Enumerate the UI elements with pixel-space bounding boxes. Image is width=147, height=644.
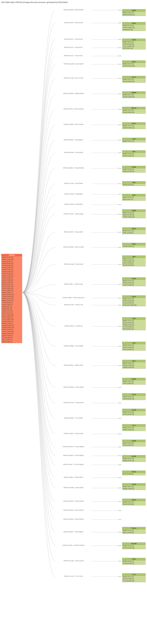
relation-label: VPRPSS-ASTNR = TCJ05-ASTNR [56,402,92,404]
table-field: BUKRS [CHAR (4)] [122,346,146,348]
target-table: T681VKVEWE [CHAR (1)] [122,243,146,248]
cardinality: 0..N [118,55,121,56]
table-field: USE05 [UNIT (3)] [2,308,22,310]
relation-label: VPRPSS-USE04 = T006-MSEHI [56,193,92,195]
table-header: TKA01 [122,499,146,501]
table-field: SLWID [CHAR (7)] [2,304,22,306]
cardinality: 0..N [118,464,121,465]
cardinality: 0..N [118,519,121,520]
table-field: KALSM [CHAR (6)] [122,264,146,266]
cardinality: 0..N [118,545,121,546]
target-table: TCJ04MANDT [CLNT (3)]VERNR [NUMC (8)] [122,393,146,400]
table-field: KALSM [CHAR (6)] [122,578,146,580]
table-field: MANDT [CLNT (3)] [122,153,146,155]
target-table: TPI01MANDT [CLNT (3)]ZSCHM [CHAR (7)] [122,558,146,565]
table-field: VERNR [NUMC (8)] [2,262,22,265]
table-field: PRART [CHAR (2)] [122,429,146,431]
cardinality: 1 [22,290,23,291]
table-field: MANDT [CLNT (3)] [122,396,146,398]
cardinality: 0..N [118,501,121,502]
cardinality: 0..N [118,214,121,215]
table-field: MANDT [CLNT (3)] [122,12,146,14]
table-field: WAERS [CUKY (5)] [122,460,146,462]
table-field: MANDT [CLNT (3)] [122,501,146,503]
relation-label: VPRPSS-FABKL = TFACD-IDENT [56,477,92,478]
table-header: PROJS [122,107,146,109]
table-header: TCJ1 [122,424,146,427]
relation-label: VPRPSS-ABGSL = TKKAA-ABGSL [56,531,92,532]
target-table: T683MANDT [CLNT (3)]KVEWE [CHAR (1)]KAPP… [122,256,146,266]
cardinality: 0..N [118,304,121,306]
cardinality: 0..N [118,560,121,562]
cardinality: 0..N [118,124,121,125]
relation-label: VPRPSS-PBUKR = T001-BUKRS [56,152,92,153]
cardinality: 0..N [118,446,121,448]
table-field: MANDT [CLNT (3)] [122,78,146,80]
table-field: SUBCLASS [CHAR (5)] [122,304,146,306]
table-field: FKOKR [CHAR (4)] [2,287,22,290]
table-field: TXTSP [LANG (1)] [2,302,22,304]
table-field: TPLNR [CHAR (30)] [122,80,146,82]
relation-label: VPRPSS-AKOKR = TKA01-KOKRS [56,500,92,502]
table-field: RECID [CHAR (2)] [122,348,146,350]
table-field: MANDT [CLNT (3)] [122,442,146,444]
table-header: TPGPRF [122,542,146,545]
table-field: MANDT [CLNT (3)] [122,344,146,346]
table-field: ABGSL [CHAR (6)] [122,532,146,534]
table-field: DATBI [DATS (8)] [122,47,146,49]
table-header: CSKS [122,39,146,41]
cardinality: 0..N [118,93,121,94]
relation-label: VPRPSS-JIBSA = T8J6C-SUBCLASS [56,297,92,298]
target-table: T499SMANDT [CLNT (3)]WERKS [CHAR (4)]STA… [122,209,146,218]
table-field: JIBCL [CHAR (3)] [2,339,22,341]
table-header: TCN00 [122,440,146,442]
table-field: MANDT [CLNT (3)] [122,140,146,142]
relation-label: VPRPSS-AKSTL = CSKS-KOSTL [56,38,92,40]
cardinality: 0..N [118,168,121,169]
table-field: MANDT [CLNT (3)] [122,380,146,382]
table-header: TCJ04 [122,393,146,396]
target-table: T681AMANDT [CLNT (3)]KAPPL [CHAR (2)] [122,227,146,234]
table-field: MANDT [CLNT (3)] [122,24,146,27]
cardinality: 0..N [118,455,121,456]
cardinality: 0..N [118,264,121,265]
page-title: SAP ABAP table VPRPSS {Change document s… [1,1,146,3]
relation-label: VPRPSS-PSPHI = PROJS-PSPNR [56,108,92,110]
relation-label: VPRPSS-KOSTL = CSKS-KOSTL [56,55,92,56]
table-field: RECID [CHAR (2)] [2,335,22,337]
relation-label: VPRPSS-USE05 = T006-MSEHI [56,204,92,205]
table-field: WERKS [CHAR (4)] [122,214,146,216]
table-field: FABKL [CHAR (2)] [2,292,22,294]
table-field: TXJCD [CHAR (15)] [2,318,22,320]
table-header: T499S [122,210,146,212]
table-header: AENR [122,9,146,12]
relation-label: VPRPSS-KTRG = CKPH-KSTRG [56,22,92,24]
table-field: BUKRS [CHAR (4)] [122,155,146,157]
cardinality: 0..N [118,487,121,488]
table-field: MANDT [CLNT (3)] [122,63,146,65]
table-field: AKOKR [CHAR (4)] [2,283,22,285]
cardinality: 0..N [118,477,121,478]
table-field: PSPHI [NUMC (8)] [2,260,22,262]
table-field: MANDT [CLNT (3)] [2,256,22,258]
relation-label: VPRPSS-STORT = T499S-STAND [56,213,92,215]
table-field: MANDT [CLNT (3)] [122,411,146,413]
table-header: TFACD [122,471,146,473]
table-field: KSTRG [CHAR (12)] [122,27,146,29]
relation-label: VPRPSS-IMPRF = TAPRF-IVPRO [56,365,92,366]
target-table: TCURCMANDT [CLNT (3)]WAERS [CUKY (5)] [122,455,146,462]
table-header: TTXJ [122,574,146,576]
table-field: KVEWE [CHAR (1)] [2,275,22,277]
cardinality: 0..N [118,108,121,110]
table-field: USE07 [CUKY (5)] [2,312,22,314]
target-table: T8JJMANDT [CLNT (3)]BUKRS [CHAR (4)]RECI… [122,342,146,350]
table-field: VNAME [CHAR (6)] [122,324,146,326]
table-field: SUBPR [CHAR (12)] [122,127,146,129]
table-header: CKPH [122,22,146,24]
table-field: MANDT [CLNT (3)] [122,125,146,127]
table-field: MANDT [CLNT (3)] [122,41,146,43]
table-field: KOSTL [CHAR (10)] [2,314,22,316]
table-field: KAPPL [CHAR (2)] [122,232,146,234]
table-field: PGSBR [CHAR (4)] [2,269,22,271]
table-field: ABGSL [CHAR (6)] [2,281,22,283]
